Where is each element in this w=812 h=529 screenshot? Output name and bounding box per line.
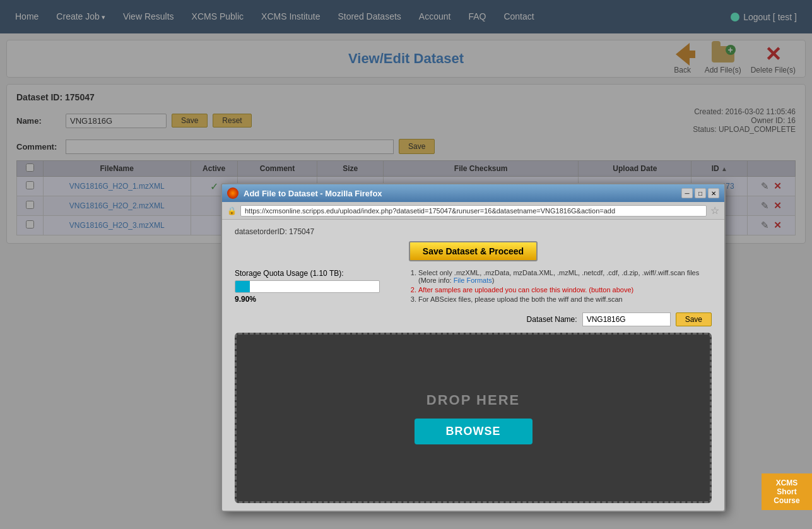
save-dataset-name-button[interactable]: Save: [676, 312, 712, 326]
modal-maximize-button[interactable]: □: [695, 188, 706, 198]
modal-titlebar: Add File to Dataset - Mozilla Firefox ─ …: [222, 184, 724, 202]
modal-titlebar-buttons: ─ □ ✕: [681, 188, 719, 198]
modal-title: Add File to Dataset - Mozilla Firefox: [244, 189, 676, 198]
modal-close-button[interactable]: ✕: [708, 188, 719, 198]
url-secure-indicator: 🔒: [227, 206, 237, 215]
modal-body: datasetorderID: 175047 Save Dataset & Pr…: [222, 220, 724, 511]
quota-label: Storage Quota Usage (1.10 TB):: [235, 269, 399, 278]
quota-bar-fill: [235, 281, 250, 292]
modal-minimize-button[interactable]: ─: [681, 188, 693, 198]
instruction-1: Select only .mzXML, .mzData, mzData.XML,…: [418, 269, 712, 284]
instruction-2: After samples are uploaded you can close…: [418, 286, 712, 294]
xcms-badge[interactable]: XCMS Short Course: [762, 473, 812, 510]
lock-icon: 🔒: [227, 206, 237, 215]
instructions-section: Select only .mzXML, .mzData, mzData.XML,…: [408, 269, 712, 305]
modal-two-columns: Storage Quota Usage (1.10 TB): 9.90% Sel…: [235, 269, 712, 305]
quota-pct: 9.90%: [235, 295, 399, 304]
drop-zone[interactable]: DROP HERE BROWSE: [235, 333, 712, 503]
browse-button[interactable]: BROWSE: [415, 419, 533, 444]
url-bar[interactable]: https://xcmsonline.scripps.edu/upload/in…: [240, 205, 707, 217]
dataset-name-label: Dataset Name:: [527, 315, 577, 324]
dataset-order-label: datasetorderID: 175047: [235, 227, 712, 236]
quota-bar: [235, 280, 380, 293]
dataset-name-row: Dataset Name: Save: [235, 312, 712, 326]
instruction-3: For ABSciex files, please upload the bot…: [418, 295, 712, 303]
bookmark-icon[interactable]: ☆: [710, 205, 719, 217]
modal-urlbar: 🔒 https://xcmsonline.scripps.edu/upload/…: [222, 202, 724, 220]
save-proceed-button[interactable]: Save Dataset & Proceed: [409, 241, 538, 261]
modal-window: Add File to Dataset - Mozilla Firefox ─ …: [221, 183, 726, 512]
file-formats-link[interactable]: File Formats: [454, 276, 492, 284]
dataset-name-input[interactable]: [582, 312, 671, 326]
firefox-icon: [227, 187, 238, 199]
quota-section: Storage Quota Usage (1.10 TB): 9.90%: [235, 269, 399, 305]
drop-here-text: DROP HERE: [427, 392, 520, 408]
